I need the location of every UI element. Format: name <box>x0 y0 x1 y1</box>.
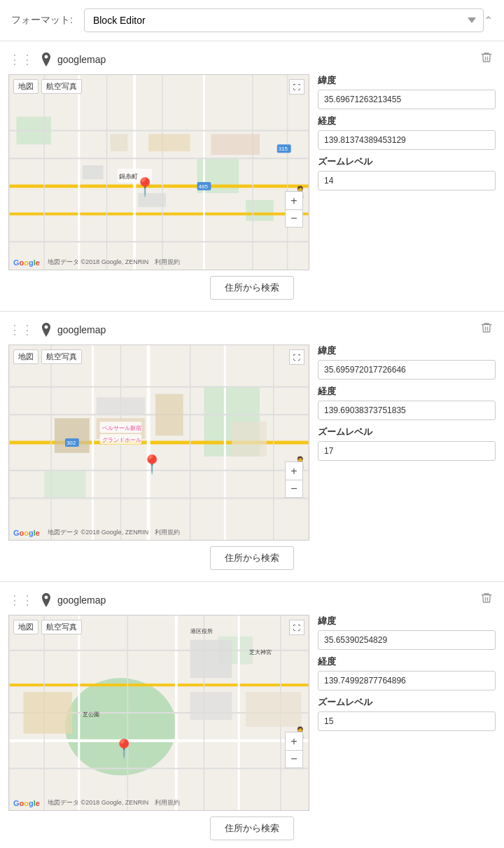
search-button-2[interactable]: 住所から検索 <box>210 546 294 570</box>
search-btn-row-1: 住所から検索 <box>0 270 504 300</box>
longitude-input-2[interactable] <box>318 401 496 420</box>
zoom-label-2: ズームレベル <box>318 426 496 438</box>
svg-rect-31 <box>44 471 86 499</box>
format-label: フォーマット: <box>11 14 73 27</box>
latitude-group-2: 緯度 <box>318 345 496 380</box>
latitude-group-3: 緯度 <box>318 615 496 650</box>
blocks-container: ⋮⋮ googlemap <box>0 41 504 848</box>
map-tabs-1: 地図 航空写真 <box>13 79 82 94</box>
map-tab-satellite-2[interactable]: 航空写真 <box>41 349 82 364</box>
drag-handle-3[interactable]: ⋮⋮ <box>8 592 34 608</box>
latitude-input-3[interactable] <box>318 630 496 650</box>
svg-rect-18 <box>111 134 128 151</box>
block-item-1: ⋮⋮ googlemap <box>0 41 504 312</box>
latitude-label-2: 緯度 <box>318 345 496 357</box>
delete-button-1[interactable] <box>477 50 496 69</box>
map-tab-satellite-3[interactable]: 航空写真 <box>41 620 82 634</box>
block-title-2: googlemap <box>57 324 477 335</box>
block-content-2: ベルサール新宿 グランドホール 302 📍 地図 航空写真 ⛶ 🧍 + − Go… <box>0 345 504 541</box>
svg-text:485: 485 <box>199 183 209 190</box>
svg-text:芝公園: 芝公園 <box>83 711 99 718</box>
svg-rect-0 <box>10 75 309 270</box>
map-fields-1: 緯度 経度 ズームレベル <box>318 74 496 270</box>
longitude-label-2: 経度 <box>318 385 496 398</box>
search-btn-row-2: 住所から検索 <box>0 541 504 570</box>
svg-text:📍: 📍 <box>141 454 164 475</box>
map-fields-3: 緯度 経度 ズームレベル <box>318 615 496 811</box>
format-section: フォーマット: Block EditorClassic Editor ⌃ <box>0 0 504 41</box>
latitude-input-1[interactable] <box>318 90 496 109</box>
block-title-3: googlemap <box>57 595 477 606</box>
zoom-input-2[interactable] <box>318 441 496 461</box>
map-controls-3: + − <box>285 732 303 768</box>
map-tabs-3: 地図 航空写真 <box>13 620 82 634</box>
svg-rect-71 <box>190 640 232 679</box>
svg-rect-72 <box>23 692 72 734</box>
pin-icon-3 <box>39 593 53 607</box>
search-button-1[interactable]: 住所から検索 <box>210 276 294 300</box>
map-expand-3[interactable]: ⛶ <box>289 620 304 635</box>
zoom-input-1[interactable] <box>318 171 496 190</box>
block-header-2: ⋮⋮ googlemap <box>0 320 504 339</box>
map-copyright-2: 地図データ ©2018 Google, ZENRIN 利用規約 <box>48 528 180 537</box>
block-header-1: ⋮⋮ googlemap <box>0 50 504 69</box>
block-header-3: ⋮⋮ googlemap <box>0 590 504 609</box>
zoom-out-button-2[interactable]: − <box>285 480 303 498</box>
map-tab-satellite-1[interactable]: 航空写真 <box>41 79 82 94</box>
zoom-in-button-1[interactable]: + <box>285 191 303 209</box>
svg-text:315: 315 <box>279 146 288 152</box>
longitude-label-3: 経度 <box>318 655 496 668</box>
latitude-input-2[interactable] <box>318 360 496 380</box>
zoom-input-3[interactable] <box>318 711 496 731</box>
map-tab-map-3[interactable]: 地図 <box>13 620 38 634</box>
svg-rect-73 <box>190 692 232 720</box>
delete-button-2[interactable] <box>477 320 496 339</box>
zoom-label-1: ズームレベル <box>318 155 496 168</box>
longitude-input-3[interactable] <box>318 671 496 690</box>
pin-icon-2 <box>39 323 53 337</box>
zoom-group-3: ズームレベル <box>318 696 496 731</box>
zoom-in-button-2[interactable]: + <box>285 461 303 480</box>
map-tab-map-1[interactable]: 地図 <box>13 79 38 94</box>
svg-text:📍: 📍 <box>113 738 136 760</box>
drag-handle-1[interactable]: ⋮⋮ <box>8 52 34 67</box>
format-row: フォーマット: Block EditorClassic Editor <box>11 8 484 32</box>
latitude-label-3: 緯度 <box>318 615 496 627</box>
map-tabs-2: 地図 航空写真 <box>13 349 82 364</box>
longitude-group-1: 経度 <box>318 115 496 150</box>
collapse-icon[interactable]: ⌃ <box>484 14 493 27</box>
block-content-3: 芝公園 港区役所 芝大神宮 📍 地図 航空写真 ⛶ 🧍 + − Google 地… <box>0 615 504 811</box>
zoom-group-2: ズームレベル <box>318 426 496 461</box>
map-logo-3: Google <box>13 799 40 807</box>
map-container-3[interactable]: 芝公園 港区役所 芝大神宮 📍 地図 航空写真 ⛶ 🧍 + − Google 地… <box>8 615 309 811</box>
zoom-group-1: ズームレベル <box>318 155 496 190</box>
delete-button-3[interactable] <box>477 590 496 609</box>
longitude-group-2: 経度 <box>318 385 496 420</box>
map-controls-1: + − <box>285 191 303 228</box>
format-select[interactable]: Block EditorClassic Editor <box>84 8 484 32</box>
map-container-1[interactable]: 錦糸町 485 315 📍 地図 航空写真 ⛶ 🧍 + − Google <box>8 74 309 270</box>
map-controls-2: + − <box>285 461 303 498</box>
block-item-2: ⋮⋮ googlemap <box>0 312 504 582</box>
search-button-3[interactable]: 住所から検索 <box>210 816 294 840</box>
svg-rect-3 <box>246 200 274 221</box>
search-btn-row-3: 住所から検索 <box>0 811 504 840</box>
map-container-2[interactable]: ベルサール新宿 グランドホール 302 📍 地図 航空写真 ⛶ 🧍 + − Go… <box>8 345 309 541</box>
zoom-out-button-3[interactable]: − <box>285 750 303 768</box>
svg-rect-19 <box>148 134 190 151</box>
map-logo-1: Google <box>13 258 40 267</box>
svg-rect-48 <box>232 422 267 457</box>
svg-text:📍: 📍 <box>134 176 157 198</box>
map-expand-2[interactable]: ⛶ <box>289 349 304 365</box>
map-tab-map-2[interactable]: 地図 <box>13 349 38 364</box>
map-copyright-1: 地図データ ©2018 Google, ZENRIN 利用規約 <box>48 258 180 267</box>
block-item-3: ⋮⋮ googlemap <box>0 582 504 848</box>
map-expand-1[interactable]: ⛶ <box>289 79 304 95</box>
svg-rect-45 <box>97 397 146 415</box>
longitude-input-1[interactable] <box>318 130 496 150</box>
svg-text:ベルサール新宿: ベルサール新宿 <box>102 425 141 431</box>
zoom-out-button-1[interactable]: − <box>285 209 303 228</box>
zoom-in-button-3[interactable]: + <box>285 732 303 750</box>
drag-handle-2[interactable]: ⋮⋮ <box>8 322 34 338</box>
svg-rect-74 <box>246 692 301 727</box>
